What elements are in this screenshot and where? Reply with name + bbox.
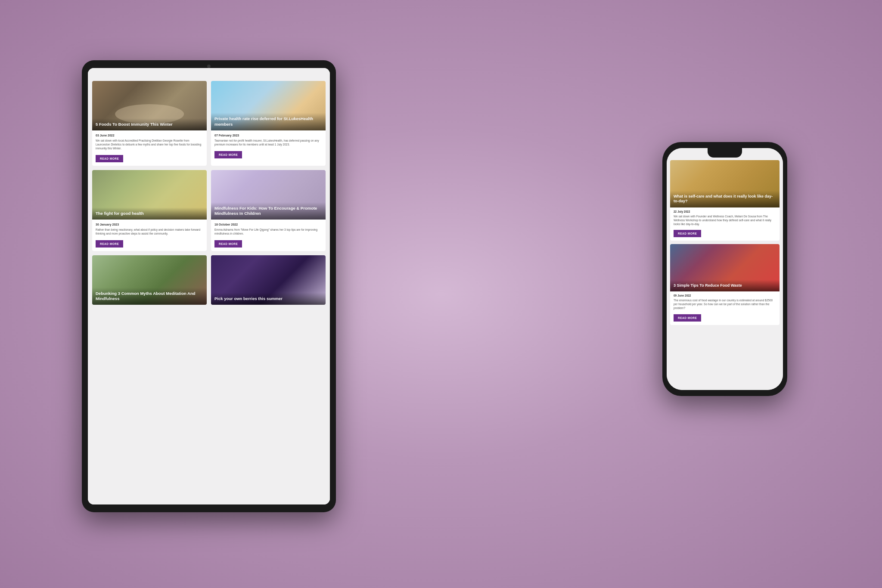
mindfulness-date: 18 October 2022 <box>214 223 322 226</box>
private-health-read-more-button[interactable]: READ MORE <box>214 151 242 158</box>
tablet-device: 5 Foods To Boost Immunity This Winter 03… <box>82 60 336 512</box>
tablet-card-immunity: 5 Foods To Boost Immunity This Winter 03… <box>92 81 207 166</box>
mindfulness-read-more-button[interactable]: READ MORE <box>214 240 242 248</box>
mindfulness-excerpt: Emma Adnams from "Move For Life Qigong" … <box>214 228 322 235</box>
tablet-card-berries: Pick your own berries this summer <box>211 255 326 305</box>
immunity-read-more-button[interactable]: READ MORE <box>96 155 123 162</box>
tablet-blog-grid: 5 Foods To Boost Immunity This Winter 03… <box>88 68 330 504</box>
self-care-read-more-button[interactable]: READ MORE <box>674 230 701 237</box>
good-health-image-overlay: The fight for good health <box>92 207 207 220</box>
tablet-card-good-health: The fight for good health 30 January 202… <box>92 170 207 251</box>
private-health-card-body: 07 February 2023 Tasmanian not-for-profi… <box>211 130 326 162</box>
tablet-card-debunking: Debunking 3 Common Myths About Meditatio… <box>92 255 207 305</box>
good-health-read-more-button[interactable]: READ MORE <box>96 240 123 248</box>
private-health-date: 07 February 2023 <box>214 134 322 137</box>
self-care-image-overlay: What is self-care and what does it reall… <box>670 191 780 207</box>
mindfulness-image-title: Mindfulness For Kids: How To Encourage &… <box>214 206 322 217</box>
food-waste-read-more-button[interactable]: READ MORE <box>674 314 701 322</box>
berries-image-title: Pick your own berries this summer <box>214 296 322 301</box>
tablet-card-berries-image: Pick your own berries this summer <box>211 255 326 305</box>
good-health-image-title: The fight for good health <box>96 211 203 216</box>
food-waste-image-title: 3 Simple Tips To Reduce Food Waste <box>674 283 776 288</box>
mindfulness-card-body: 18 October 2022 Emma Adnams from "Move F… <box>211 220 326 251</box>
tablet-card-good-health-image: The fight for good health <box>92 170 207 220</box>
good-health-card-body: 30 January 2023 Rather than being reacti… <box>92 220 207 251</box>
self-care-date: 22 July 2022 <box>674 210 776 213</box>
phone-card-food-waste: 3 Simple Tips To Reduce Food Waste 09 Ju… <box>670 244 780 325</box>
immunity-card-body: 03 June 2022 We sat down with local Accr… <box>92 130 207 166</box>
tablet-camera <box>207 65 211 68</box>
debunking-image-overlay: Debunking 3 Common Myths About Meditatio… <box>92 288 207 305</box>
tablet-card-private-health: Private health rate rise deferred for St… <box>211 81 326 166</box>
private-health-image-title: Private health rate rise deferred for St… <box>214 116 322 127</box>
immunity-image-overlay: 5 Foods To Boost Immunity This Winter <box>92 118 207 130</box>
mindfulness-image-overlay: Mindfulness For Kids: How To Encourage &… <box>211 202 326 220</box>
good-health-excerpt: Rather than being reactionary, what abou… <box>96 228 203 235</box>
self-care-excerpt: We sat down with Founder and Wellness Co… <box>674 214 776 226</box>
private-health-excerpt: Tasmanian not-for-profit health insurer,… <box>214 139 322 146</box>
phone-device: What is self-care and what does it reall… <box>662 142 787 396</box>
food-waste-card-body: 09 June 2022 The enormous cost of food w… <box>670 291 780 325</box>
berries-image-overlay: Pick your own berries this summer <box>211 293 326 305</box>
phone-card-self-care: What is self-care and what does it reall… <box>670 160 780 241</box>
tablet-screen: 5 Foods To Boost Immunity This Winter 03… <box>88 68 330 504</box>
phone-card-self-care-image: What is self-care and what does it reall… <box>670 160 780 207</box>
phone-card-food-waste-image: 3 Simple Tips To Reduce Food Waste <box>670 244 780 291</box>
private-health-image-overlay: Private health rate rise deferred for St… <box>211 113 326 130</box>
immunity-excerpt: We sat down with local Accredited Practi… <box>96 139 203 150</box>
debunking-image-title: Debunking 3 Common Myths About Meditatio… <box>96 291 203 302</box>
tablet-card-debunking-image: Debunking 3 Common Myths About Meditatio… <box>92 255 207 305</box>
good-health-date: 30 January 2023 <box>96 223 203 226</box>
tablet-card-grid: 5 Foods To Boost Immunity This Winter 03… <box>92 81 326 305</box>
tablet-card-private-health-image: Private health rate rise deferred for St… <box>211 81 326 130</box>
food-waste-excerpt: The enormous cost of food wastage in our… <box>674 298 776 310</box>
phone-blog-content: What is self-care and what does it reall… <box>667 148 783 390</box>
food-waste-image-overlay: 3 Simple Tips To Reduce Food Waste <box>670 280 780 292</box>
phone-screen: What is self-care and what does it reall… <box>667 148 783 390</box>
phone-notch <box>708 148 742 158</box>
tablet-card-mindfulness: Mindfulness For Kids: How To Encourage &… <box>211 170 326 251</box>
self-care-card-body: 22 July 2022 We sat down with Founder an… <box>670 207 780 241</box>
immunity-image-title: 5 Foods To Boost Immunity This Winter <box>96 122 203 127</box>
food-waste-date: 09 June 2022 <box>674 294 776 297</box>
immunity-date: 03 June 2022 <box>96 134 203 137</box>
tablet-card-mindfulness-image: Mindfulness For Kids: How To Encourage &… <box>211 170 326 220</box>
self-care-image-title: What is self-care and what does it reall… <box>674 194 776 204</box>
tablet-card-immunity-image: 5 Foods To Boost Immunity This Winter <box>92 81 207 130</box>
